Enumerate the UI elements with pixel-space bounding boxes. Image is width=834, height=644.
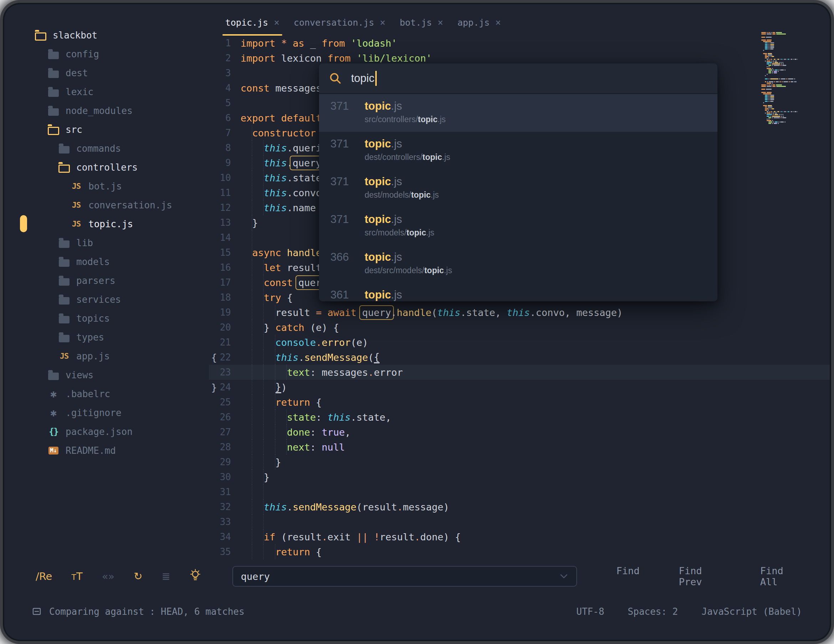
tab-close-icon[interactable]: × <box>438 17 443 28</box>
sidebar-item-topics[interactable]: topics <box>4 309 211 328</box>
code-token: result <box>287 531 322 542</box>
line-gutter: 6 <box>209 113 231 123</box>
sidebar-item-topic-js[interactable]: JStopic.js <box>4 215 211 233</box>
sidebar-item-commands[interactable]: commands <box>4 139 211 158</box>
code-line-31[interactable]: 31 <box>209 484 830 499</box>
goto-search-field[interactable]: topic <box>319 63 718 94</box>
sidebar-item-services[interactable]: services <box>4 290 211 309</box>
in-selection-toggle[interactable]: ≣ <box>162 570 170 583</box>
sidebar-item--babelrc[interactable]: ✱.babelrc <box>4 384 211 403</box>
status-item-javascript-babel-[interactable]: JavaScript (Babel) <box>701 606 802 617</box>
sidebar-item-lib[interactable]: lib <box>4 233 211 252</box>
code-token: . <box>414 531 420 542</box>
code-line-33[interactable]: 33 <box>209 514 830 529</box>
goto-result-item[interactable]: 366topic.jsdest/src/models/topic.js <box>319 245 718 283</box>
code-line-32[interactable]: 32this.sendMessage(result.message) <box>209 499 830 514</box>
tab-close-icon[interactable]: × <box>380 17 386 28</box>
minimap-line <box>761 57 798 58</box>
code-token: done <box>287 427 310 438</box>
code-line-26[interactable]: 26state: this.state, <box>209 410 830 424</box>
sidebar-item-dest[interactable]: dest <box>4 63 211 82</box>
minimap[interactable] <box>761 32 798 125</box>
code-line-29[interactable]: 29} <box>209 455 830 470</box>
find-button-find-all[interactable]: Find All <box>760 565 798 588</box>
goto-result-item[interactable]: 371topic.jsdest/controllers/topic.js <box>319 132 718 169</box>
result-path: dest/controllers/topic.js <box>365 152 718 162</box>
minimap-line <box>761 45 798 47</box>
sidebar-item-label: lib <box>76 237 93 248</box>
minimap-line <box>761 75 798 76</box>
goto-result-item[interactable]: 371topic.jssrc/models/topic.js <box>319 207 718 245</box>
sidebar-item-readme-md[interactable]: M↓README.md <box>4 441 211 460</box>
sidebar-item-types[interactable]: types <box>4 328 211 347</box>
line-number: 16 <box>220 262 231 273</box>
sidebar-item-conversation-js[interactable]: JSconversation.js <box>4 195 211 215</box>
sidebar-item-models[interactable]: models <box>4 252 211 271</box>
minimap-line <box>761 80 798 81</box>
status-item-utf-8[interactable]: UTF-8 <box>576 606 604 617</box>
tab-close-icon[interactable]: × <box>495 17 501 28</box>
status-item-spaces-2[interactable]: Spaces: 2 <box>628 606 678 617</box>
sidebar-item--gitignore[interactable]: ✱.gitignore <box>4 403 211 422</box>
find-input[interactable]: query <box>233 566 577 587</box>
tab-topic-js[interactable]: topic.js× <box>225 9 280 36</box>
minimap-line <box>761 114 798 115</box>
tab-bar: topic.js×conversation.js×bot.js×app.js× <box>211 9 830 36</box>
indent-guide <box>241 185 252 200</box>
sidebar-item-views[interactable]: views <box>4 365 211 384</box>
tab-conversation-js[interactable]: conversation.js× <box>294 9 385 36</box>
highlight-matches-toggle[interactable] <box>190 569 201 584</box>
whole-word-toggle[interactable]: «» <box>102 570 115 583</box>
line-number: 7 <box>225 128 231 138</box>
indent-guide <box>264 439 275 455</box>
code-token: state <box>466 307 495 318</box>
sidebar-item-controllers[interactable]: controllers <box>4 158 211 177</box>
tab-app-js[interactable]: app.js× <box>457 9 501 36</box>
indent-guide <box>252 260 264 275</box>
code-token: default <box>275 113 322 124</box>
sidebar-item-app-js[interactable]: JSapp.js <box>4 347 211 365</box>
sidebar-item-config[interactable]: config <box>4 45 211 63</box>
find-button-find[interactable]: Find <box>616 565 639 588</box>
code-token: . <box>530 307 536 318</box>
goto-result-item[interactable]: 371topic.jssrc/controllers/topic.js <box>319 94 718 132</box>
case-sensitive-toggle[interactable]: TT <box>71 570 82 583</box>
result-score: 361 <box>330 288 365 301</box>
code-line-35[interactable]: 35return { <box>209 544 830 559</box>
goto-result-item[interactable]: 371topic.jsdest/models/topic.js <box>319 169 718 207</box>
code-token: this <box>322 412 351 423</box>
sidebar-item-bot-js[interactable]: JSbot.js <box>4 177 211 195</box>
tab-bot-js[interactable]: bot.js× <box>400 9 443 36</box>
sidebar-item-label: package.json <box>66 426 133 437</box>
sidebar-item-node-modules[interactable]: node_modules <box>4 101 211 120</box>
code-token: . <box>322 531 328 542</box>
tab-close-icon[interactable]: × <box>274 17 280 28</box>
code-line-22[interactable]: {22this.sendMessage({ <box>209 350 830 365</box>
wrap-toggle[interactable]: ↻ <box>134 570 142 583</box>
minimap-line <box>761 40 798 40</box>
code-line-19[interactable]: 19result = await query.handle(this.state… <box>209 305 830 320</box>
code-line-23[interactable]: 23text: messages.error <box>209 365 830 380</box>
find-bar: /ReTT«»↻≣ query FindFind PrevFind All <box>4 560 830 593</box>
code-line-27[interactable]: 27done: true, <box>209 424 830 439</box>
code-line-25[interactable]: 25return { <box>209 395 830 410</box>
sidebar-item-src[interactable]: src <box>4 120 211 139</box>
regex-toggle[interactable]: /Re <box>36 570 52 583</box>
code-token: true <box>316 427 345 438</box>
code-line-1[interactable]: 1import * as _ from 'lodash' <box>209 36 830 50</box>
code-token: { <box>281 292 293 303</box>
sidebar-item-lexic[interactable]: lexic <box>4 82 211 101</box>
chevron-down-icon[interactable] <box>559 573 569 579</box>
code-line-21[interactable]: 21console.error(e) <box>209 335 830 350</box>
code-line-34[interactable]: 34if (result.exit || !result.done) { <box>209 529 830 544</box>
code-line-24[interactable]: }24}) <box>209 380 830 395</box>
code-line-30[interactable]: 30} <box>209 470 830 484</box>
sidebar-item-slackbot[interactable]: slackbot <box>4 26 211 45</box>
find-button-find-prev[interactable]: Find Prev <box>679 565 721 588</box>
goto-result-item[interactable]: 361topic.js <box>319 283 718 301</box>
code-line-28[interactable]: 28next: null <box>209 439 830 455</box>
code-line-20[interactable]: 20} catch (e) { <box>209 320 830 335</box>
sidebar-item-package-json[interactable]: {}package.json <box>4 422 211 441</box>
code-token: ) <box>362 337 368 348</box>
sidebar-item-parsers[interactable]: parsers <box>4 271 211 290</box>
